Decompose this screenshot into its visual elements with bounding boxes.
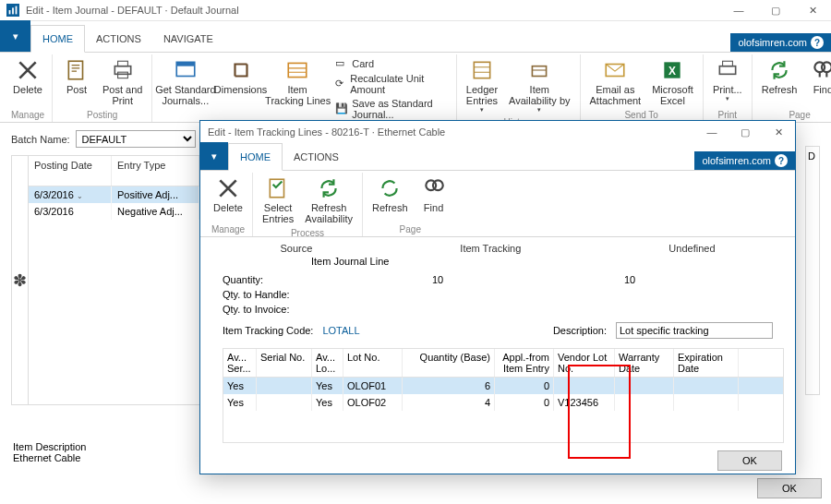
child-maximize-button[interactable]: ▢ [729,121,762,143]
child-tab-actions[interactable]: ACTIONS [283,144,350,170]
col-posting-date[interactable]: Posting Date [29,156,112,186]
find-icon [809,56,831,84]
close-button[interactable]: ✕ [794,0,831,21]
child-delete-button[interactable]: Delete [210,173,247,222]
child-title: Edit - Item Tracking Lines - 80216-T · E… [200,126,445,138]
recalc-icon: ⟳ [335,78,346,90]
description-input[interactable] [616,322,773,339]
child-close-button[interactable]: ✕ [762,121,795,143]
dimensions-icon [227,56,255,84]
tab-navigate[interactable]: NAVIGATE [152,26,224,52]
svg-rect-4 [68,61,82,79]
svg-rect-6 [117,61,127,66]
tracking-icon [283,56,311,84]
post-button[interactable]: Post [58,54,95,108]
postprint-icon [109,56,137,84]
batch-name-select[interactable]: DEFAULT [76,130,196,148]
svg-rect-5 [114,66,130,75]
help-icon[interactable]: ? [775,154,788,167]
app-icon [6,3,20,18]
delete-icon [214,174,242,202]
svg-rect-3 [16,6,18,15]
child-app-menu[interactable]: ▾ [200,142,228,170]
delete-icon [14,56,42,84]
child-find-button[interactable]: Find [416,173,452,222]
find-button[interactable]: Find [804,54,831,108]
main-tabs: ▾ HOME ACTIONS NAVIGATE olofsimren.com ? [0,21,831,53]
availability-icon [525,56,553,84]
svg-rect-17 [722,61,732,66]
minimize-button[interactable]: — [720,0,757,21]
journal-icon [172,56,199,84]
tab-home[interactable]: HOME [30,25,85,53]
ok-button[interactable]: OK [757,478,822,498]
item-description-value: Ethernet Cable [13,452,86,463]
delete-button[interactable]: Delete [9,54,46,108]
description-label: Description: [553,325,607,336]
dimensions-button[interactable]: Dimensions [216,54,265,123]
select-entries-icon [264,174,292,202]
tab-actions[interactable]: ACTIONS [85,26,152,52]
child-ok-button[interactable]: OK [717,450,782,471]
refresh-availability-button[interactable]: Refresh Availability [301,173,356,226]
refresh-button[interactable]: Refresh [758,54,801,108]
refresh-icon [376,174,403,202]
excel-icon: X [658,56,686,84]
excel-button[interactable]: X Microsoft Excel [648,54,697,108]
ledger-entries-button[interactable]: Ledger Entries▾ [463,54,501,115]
section-ijl: Item Journal Line [200,256,795,272]
maximize-button[interactable]: ▢ [757,0,794,21]
svg-rect-1 [9,10,11,14]
email-attachment-button[interactable]: Email as Attachment [586,54,645,108]
main-ribbon: Delete Manage Post Post and Print Postin… [0,53,831,123]
find-icon [420,174,448,202]
select-entries-button[interactable]: Select Entries [259,173,297,226]
col-entry-type[interactable]: Entry Type [112,156,199,186]
svg-rect-2 [12,7,14,14]
tracking-code-link[interactable]: LOTALL [322,325,359,336]
child-grid-row[interactable]: Yes Yes OLOF01 6 0 [223,378,783,394]
save-icon: 💾 [335,102,348,115]
right-fragment-header: D [808,150,817,162]
post-icon [63,56,90,84]
print-button[interactable]: Print...▾ [709,54,746,108]
user-badge[interactable]: olofsimren.com ? [730,33,831,52]
recalc-button[interactable]: ⟳Recalculate Unit Amount [333,72,447,96]
svg-rect-9 [176,62,195,66]
ribbon-app-menu[interactable]: ▾ [0,20,30,52]
section-undef: Undefined [668,243,715,254]
svg-rect-10 [288,63,307,77]
user-name: olofsimren.com [738,37,807,48]
child-user-badge[interactable]: olofsimren.com ? [694,151,795,170]
card-icon: ▭ [335,57,348,70]
refresh-avail-icon [315,174,343,202]
child-minimize-button[interactable]: — [695,121,729,143]
svg-point-19 [822,62,831,72]
batch-name-label: Batch Name: [11,134,70,145]
card-button[interactable]: ▭Card [333,56,447,71]
section-source: Source [280,243,312,254]
child-refresh-button[interactable]: Refresh [368,173,412,222]
save-std-button[interactable]: 💾Save as Standard Journal... [333,97,447,121]
ledger-icon [468,56,496,84]
child-tab-home[interactable]: HOME [228,143,283,171]
help-icon[interactable]: ? [811,36,824,49]
grid-status-rail: ✽ [11,155,28,405]
child-window: Edit - Item Tracking Lines - 80216-T · E… [199,120,796,474]
dropdown-chevron-icon[interactable]: ⌄ [77,192,83,200]
item-tracking-lines-button[interactable]: Item Tracking Lines [269,54,326,123]
svg-point-22 [432,180,442,190]
window-title: Edit - Item Journal - DEFAULT · Default … [26,5,239,16]
item-availability-button[interactable]: Item Availability by▾ [505,54,573,115]
post-print-button[interactable]: Post and Print [99,54,146,108]
child-grid-row[interactable]: Yes Yes OLOF02 4 0 V123456 [223,394,783,411]
section-tracking: Item Tracking [460,243,521,254]
svg-text:X: X [669,65,677,78]
print-icon [714,56,741,84]
child-grid[interactable]: Av... Ser... Serial No. Av... Lo... Lot … [223,348,784,443]
svg-rect-16 [719,66,735,75]
svg-rect-11 [474,62,489,78]
item-description-label: Item Description [13,441,86,452]
main-titlebar: Edit - Item Journal - DEFAULT · Default … [0,0,831,21]
get-std-journals-button[interactable]: Get Standard Journals... [158,54,212,123]
